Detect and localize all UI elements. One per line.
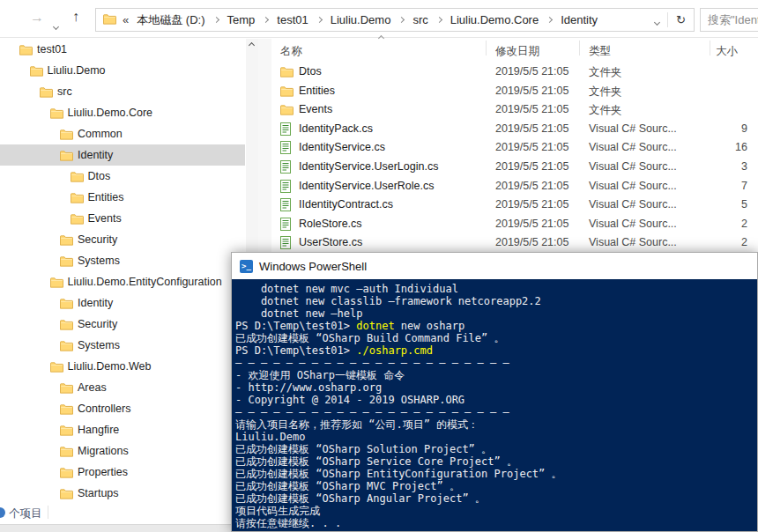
tree-item-liuliu.demo.entityconfiguration[interactable]: Liuliu.Demo.EntityConfiguration xyxy=(0,271,245,292)
tree-item-liuliu.demo.web[interactable]: Liuliu.Demo.Web xyxy=(0,356,245,377)
scrollbar-up-arrow-icon[interactable] xyxy=(249,42,255,48)
tree-item-security[interactable]: Security xyxy=(0,314,245,335)
tree-item-startups[interactable]: Startups xyxy=(0,483,245,504)
console-line: 请输入项目名称，推荐形如 “公司.项目” 的模式： xyxy=(235,418,757,431)
column-header-name[interactable]: 名称 xyxy=(280,44,302,59)
tree-item-label: test01 xyxy=(37,43,67,55)
breadcrumb-overflow-prefix[interactable]: « xyxy=(123,13,129,26)
powershell-window: >_ Windows PowerShell dotnet new mvc —au… xyxy=(231,252,758,532)
folder-icon xyxy=(71,213,84,225)
console-line: PS D:\Temp\test01> ./osharp.cmd xyxy=(235,344,757,357)
breadcrumb-separator-icon[interactable] xyxy=(436,17,442,23)
tree-item-security[interactable]: Security xyxy=(0,229,245,250)
address-bar[interactable]: « 本地磁盘 (D:)Temptest01Liuliu.DemosrcLiuli… xyxy=(95,8,695,32)
cs-file-icon xyxy=(280,218,291,231)
file-row[interactable]: UserStore.cs2019/5/5 21:05Visual C# Sour… xyxy=(264,233,758,252)
tree-item-entities[interactable]: Entities xyxy=(0,187,245,208)
column-divider[interactable] xyxy=(579,41,580,55)
file-size: 7 xyxy=(705,180,747,192)
file-date: 2019/5/5 21:05 xyxy=(495,65,568,78)
file-type: Visual C# Sourc... xyxy=(589,198,677,211)
file-row[interactable]: RoleStore.cs2019/5/5 21:05Visual C# Sour… xyxy=(264,214,758,233)
tree-item-identity[interactable]: Identity xyxy=(0,144,245,166)
tree-item-dtos[interactable]: Dtos xyxy=(0,166,245,187)
folder-icon xyxy=(71,192,84,203)
breadcrumb-separator-icon[interactable] xyxy=(316,17,323,23)
tree-item-properties[interactable]: Properties xyxy=(0,462,245,483)
file-row[interactable]: Entities2019/5/5 21:05文件夹 xyxy=(264,81,758,100)
file-row[interactable]: IdentityService.cs2019/5/5 21:05Visual C… xyxy=(264,137,758,157)
tree-item-areas[interactable]: Areas xyxy=(0,377,245,398)
tree-item-label: Security xyxy=(78,318,117,330)
tree-item-systems[interactable]: Systems xyxy=(0,335,245,356)
console-line: 项目代码生成完成 xyxy=(235,505,757,517)
cs-file-icon-wrap xyxy=(280,122,291,139)
tree-item-src[interactable]: src xyxy=(0,81,245,102)
file-name: IdentityPack.cs xyxy=(299,122,373,135)
breadcrumb-item[interactable]: 本地磁盘 (D:) xyxy=(130,12,211,28)
breadcrumb-separator-icon[interactable] xyxy=(263,17,269,23)
file-size: 5 xyxy=(705,198,747,211)
recent-locations-chevron-icon[interactable] xyxy=(54,17,58,33)
file-row[interactable]: Dtos2019/5/5 21:05文件夹 xyxy=(264,62,758,81)
tree-item-label: Entities xyxy=(88,191,124,203)
column-divider[interactable] xyxy=(710,41,710,55)
file-name: RoleStore.cs xyxy=(299,218,362,230)
breadcrumb-item[interactable]: src xyxy=(406,13,434,26)
forward-arrow-icon[interactable]: → xyxy=(30,11,44,25)
breadcrumb-item[interactable]: Liuliu.Demo.Core xyxy=(444,13,545,26)
breadcrumb-item[interactable]: Temp xyxy=(221,13,262,26)
tree-item-controllers[interactable]: Controllers xyxy=(0,398,245,419)
tree-item-identity[interactable]: Identity xyxy=(0,292,245,314)
column-header-type[interactable]: 类型 xyxy=(589,44,611,59)
file-row[interactable]: IdentityPack.cs2019/5/5 21:05Visual C# S… xyxy=(264,119,758,138)
powershell-titlebar[interactable]: >_ Windows PowerShell xyxy=(232,253,757,279)
console-line: 已成功创建模板 “OSharp Build Command File” 。 xyxy=(235,332,757,344)
tree-item-hangfire[interactable]: Hangfire xyxy=(0,419,245,440)
file-date: 2019/5/5 21:05 xyxy=(495,180,568,192)
console-line: Liuliu.Demo xyxy=(235,431,757,443)
tree-item-events[interactable]: Events xyxy=(0,208,245,229)
tree-item-migrations[interactable]: Migrations xyxy=(0,440,245,462)
column-header-date[interactable]: 修改日期 xyxy=(495,44,539,59)
console-text-segment: dotnet new —help xyxy=(235,307,363,320)
refresh-icon[interactable]: ↻ xyxy=(668,13,694,26)
tree-item-label: Migrations xyxy=(78,445,129,457)
column-header-size[interactable]: 大小 xyxy=(716,44,738,59)
breadcrumb-separator-icon[interactable] xyxy=(212,17,219,23)
column-divider[interactable] xyxy=(486,41,487,55)
console-text-segment: — — — — — — — — — — — — — — — — — — — — … xyxy=(235,406,509,418)
tree-item-label: Hangfire xyxy=(78,424,119,436)
file-row[interactable]: IIdentityContract.cs2019/5/5 21:05Visual… xyxy=(264,195,758,214)
console-line: - http://www.osharp.org xyxy=(235,381,757,394)
up-arrow-icon[interactable]: ↑ xyxy=(72,10,79,24)
powershell-console[interactable]: dotnet new mvc —auth Individual dotnet n… xyxy=(232,279,757,531)
breadcrumb-item[interactable]: Liuliu.Demo xyxy=(324,13,398,26)
file-row[interactable]: IdentityService.UserLogin.cs2019/5/5 21:… xyxy=(264,157,758,176)
breadcrumb-separator-icon[interactable] xyxy=(398,17,405,23)
screen: → ↑ « 本地磁盘 (D:)Temptest01Liuliu.DemosrcL… xyxy=(0,0,758,532)
breadcrumb-separator-icon[interactable] xyxy=(546,17,553,23)
file-row[interactable]: IdentityService.UserRole.cs2019/5/5 21:0… xyxy=(264,176,758,196)
console-line: 已成功创建模板 “OSharp Angular Project” 。 xyxy=(235,492,757,505)
console-text-segment: 已成功创建模板 “OSharp Angular Project” 。 xyxy=(235,492,486,505)
breadcrumb: 本地磁盘 (D:)Temptest01Liuliu.DemosrcLiuliu.… xyxy=(130,12,604,28)
file-name: IdentityService.UserRole.cs xyxy=(299,180,435,192)
tree-item-label: src xyxy=(57,85,72,98)
tree-item-label: Common xyxy=(78,128,123,140)
folder-icon xyxy=(60,234,73,246)
tree-item-liuliu.demo[interactable]: Liuliu.Demo xyxy=(0,60,245,81)
breadcrumb-item[interactable]: Identity xyxy=(554,13,604,26)
console-text-segment: - 欢迎使用 OSharp一键模板 命令 xyxy=(235,369,405,381)
tree-item-systems[interactable]: Systems xyxy=(0,250,245,271)
file-row[interactable]: Events2019/5/5 21:05文件夹 xyxy=(264,100,758,119)
breadcrumb-item[interactable]: test01 xyxy=(271,13,314,26)
tree-item-test01[interactable]: test01 xyxy=(0,39,245,60)
address-dropdown-chevron-icon[interactable] xyxy=(647,12,667,28)
search-input[interactable] xyxy=(700,8,758,32)
tree-item-common[interactable]: Common xyxy=(0,123,245,144)
file-name: UserStore.cs xyxy=(299,236,362,248)
file-name: Events xyxy=(299,103,332,115)
tree-item-liuliu.demo.core[interactable]: Liuliu.Demo.Core xyxy=(0,102,245,123)
console-text-segment: 请输入项目名称，推荐形如 “公司.项目” 的模式： xyxy=(235,418,479,431)
